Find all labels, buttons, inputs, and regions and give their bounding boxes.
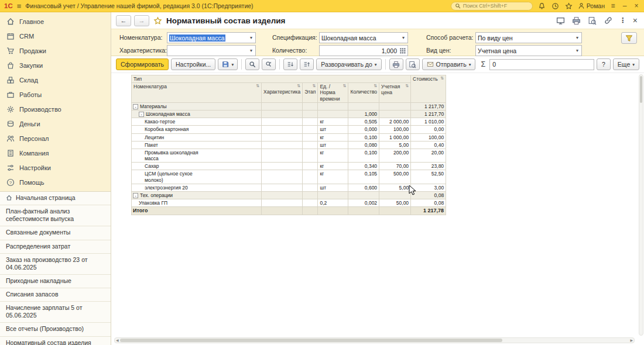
cell-stage[interactable] xyxy=(303,207,318,215)
cell-qty[interactable]: 0,002 xyxy=(348,199,379,207)
cell-nomenclature[interactable]: Итого xyxy=(132,207,262,215)
cell-nomenclature[interactable]: Коробка картонная xyxy=(132,126,262,133)
cell-unit[interactable]: кг xyxy=(318,133,348,141)
vertical-scrollbar[interactable] xyxy=(639,74,643,336)
service-menu-button[interactable]: ≡ xyxy=(609,2,616,11)
cell-stage[interactable] xyxy=(303,133,318,141)
cell-stage[interactable] xyxy=(303,141,318,149)
cell-cost[interactable]: 0,00 xyxy=(411,126,446,133)
print-icon[interactable] xyxy=(572,16,581,25)
cell-cost[interactable]: 20,00 xyxy=(411,149,446,162)
cell-qty[interactable]: 0,340 xyxy=(348,163,379,170)
cell-stage[interactable] xyxy=(303,170,318,184)
find-next-button[interactable] xyxy=(262,58,276,70)
sidebar-section-gear[interactable]: Производство xyxy=(0,102,111,116)
cell-cost[interactable]: 0,08 xyxy=(411,199,446,207)
cell-unit[interactable] xyxy=(318,207,348,215)
cell-cost[interactable]: 1 217,78 xyxy=(411,207,446,215)
column-header-characteristic[interactable]: ⇅Характеристика xyxy=(262,83,303,103)
sum-field[interactable]: 0 xyxy=(489,59,594,70)
cell-stage[interactable] xyxy=(303,118,318,126)
table-row[interactable]: Пакетшт0,0805,000,40 xyxy=(132,141,446,149)
scrollbar-thumb[interactable] xyxy=(120,339,502,342)
cell-stage[interactable] xyxy=(303,184,318,191)
dropdown-icon[interactable]: ▾ xyxy=(573,35,581,40)
nomenclature-input[interactable]: Шоколадная масса ▾ xyxy=(167,32,256,43)
column-header-type[interactable]: Тип xyxy=(132,75,411,83)
table-row-group[interactable]: -Материалы1 217,70 xyxy=(132,102,446,110)
table-row[interactable]: Коробка картоннаяшт0,000100,000,00 xyxy=(132,126,446,133)
print-button[interactable] xyxy=(389,58,403,70)
cell-nomenclature[interactable]: Сахар xyxy=(132,163,262,170)
cell-cost[interactable]: 3,00 xyxy=(411,184,446,191)
cell-price[interactable] xyxy=(379,192,411,199)
quantity-input[interactable]: 1,000 xyxy=(319,45,408,56)
cell-cost[interactable]: 1 010,00 xyxy=(411,118,446,126)
table-row[interactable]: Упаковка ГП0,20,00250,000,08 xyxy=(132,199,446,207)
cell-cost[interactable]: 52,50 xyxy=(411,170,446,184)
favorite-star-icon[interactable] xyxy=(153,16,162,25)
forward-button[interactable]: → xyxy=(134,15,149,26)
cell-qty[interactable]: 0,600 xyxy=(348,184,379,191)
cell-unit[interactable]: кг xyxy=(318,118,348,126)
price-type-input[interactable]: Учетная цена ▾ xyxy=(475,45,582,56)
sidebar-section-help[interactable]: ?Помощь xyxy=(0,175,111,189)
tree-expander-icon[interactable]: - xyxy=(139,112,144,117)
help-button[interactable]: ? xyxy=(597,58,611,70)
notifications-button[interactable] xyxy=(537,2,546,11)
cell-characteristic[interactable] xyxy=(262,199,303,207)
specification-input[interactable]: Шоколадная масса ▾ xyxy=(319,32,408,43)
sidebar-section-people[interactable]: Персонал xyxy=(0,131,111,146)
cell-unit[interactable]: кг xyxy=(318,163,348,170)
find-button[interactable] xyxy=(245,58,259,70)
sidebar-section-cart[interactable]: Продажи xyxy=(0,43,111,58)
cell-characteristic[interactable] xyxy=(262,118,303,126)
expand-to-button[interactable]: Разворачивать до▾ xyxy=(316,58,381,70)
cell-nomenclature[interactable]: Какао-тертое xyxy=(132,118,262,126)
cell-price[interactable]: 5,00 xyxy=(379,184,411,191)
scroll-right-icon[interactable]: ▶ xyxy=(630,339,633,342)
cell-price[interactable]: 100,00 xyxy=(379,126,411,133)
sidebar-page-item[interactable]: Начисление зарплаты 5 от 05.06.2025 xyxy=(0,302,111,323)
cell-qty[interactable] xyxy=(348,207,379,215)
cell-cost[interactable]: 23,80 xyxy=(411,163,446,170)
dropdown-icon[interactable]: ▾ xyxy=(247,35,255,40)
cell-qty[interactable] xyxy=(348,102,379,110)
cell-nomenclature[interactable]: электроэнергия 20 xyxy=(132,184,262,191)
cell-stage[interactable] xyxy=(303,199,318,207)
back-button[interactable]: ← xyxy=(116,15,131,26)
favorites-star-button[interactable] xyxy=(564,2,573,11)
sidebar-section-briefcase[interactable]: Работы xyxy=(0,87,111,102)
cell-characteristic[interactable] xyxy=(262,184,303,191)
sidebar-section-home[interactable]: Главное xyxy=(0,14,111,29)
cell-price[interactable] xyxy=(379,207,411,215)
more-menu-icon[interactable]: ⋮ xyxy=(619,16,626,25)
cell-unit[interactable] xyxy=(318,102,348,110)
cell-nomenclature[interactable]: Упаковка ГП xyxy=(132,199,262,207)
cell-stage[interactable] xyxy=(303,192,318,199)
table-row[interactable]: Промывка шоколадная массакг0,100200,0020… xyxy=(132,149,446,162)
cell-cost[interactable]: 100,00 xyxy=(411,133,446,141)
generate-button[interactable]: Сформировать xyxy=(116,58,169,70)
sidebar-page-item[interactable]: План-фактный анализ себестоимости выпуск… xyxy=(0,205,111,226)
history-button[interactable] xyxy=(551,2,560,11)
sidebar-section-coins[interactable]: Деньги xyxy=(0,116,111,131)
calculator-icon[interactable] xyxy=(398,48,407,54)
settings-button[interactable]: Настройки... xyxy=(171,58,215,70)
sidebar-section-boxes[interactable]: Склад xyxy=(0,73,111,87)
cell-unit[interactable]: шт xyxy=(318,126,348,133)
table-row[interactable]: Сахаркг0,34070,0023,80 xyxy=(132,163,446,170)
user-menu[interactable]: Роман xyxy=(578,2,605,9)
cell-qty[interactable]: 0,100 xyxy=(348,149,379,162)
cell-unit[interactable] xyxy=(318,110,348,118)
table-row-group[interactable]: -Шоколадная масса1,0001 217,70 xyxy=(132,110,446,118)
table-row[interactable]: ЦСМ (цельное сухое молоко)кг0,105500,005… xyxy=(132,170,446,184)
column-header-quantity[interactable]: ⇅Количество xyxy=(348,83,379,103)
sidebar-page-item[interactable]: Заказ на производство 23 от 04.06.2025 xyxy=(0,254,111,275)
scroll-left-icon[interactable]: ◀ xyxy=(116,339,119,342)
cell-qty[interactable]: 0,000 xyxy=(348,126,379,133)
sidebar-section-bag[interactable]: Закупки xyxy=(0,58,111,73)
cell-nomenclature[interactable]: Промывка шоколадная масса xyxy=(132,149,262,162)
cell-unit[interactable] xyxy=(318,192,348,199)
sidebar-section-sliders[interactable]: Настройки xyxy=(0,160,111,175)
